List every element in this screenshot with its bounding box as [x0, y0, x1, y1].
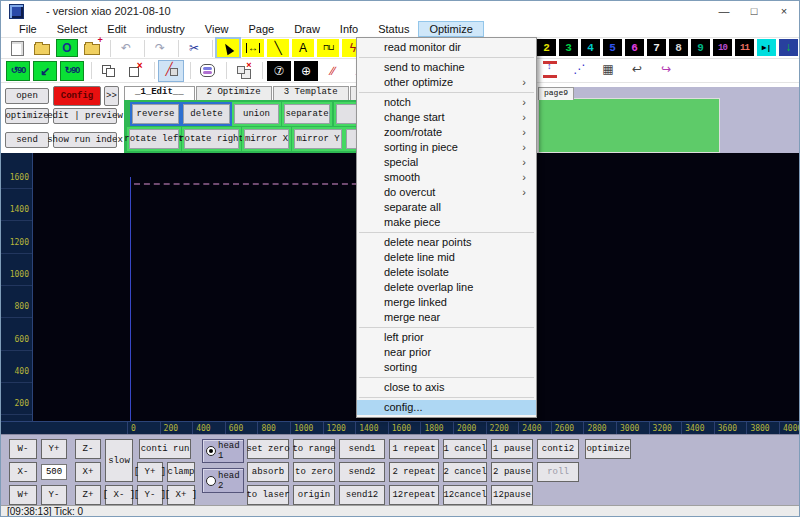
maximize-button[interactable]: □ — [739, 1, 769, 21]
tab-page9[interactable]: page9 — [538, 87, 574, 100]
layer-2-button[interactable]: 2 — [537, 39, 556, 56]
undo-icon[interactable]: ↶ — [115, 39, 137, 57]
menu-item-delete-near-points[interactable]: delete near points — [357, 235, 536, 250]
conti2-button[interactable]: conti2 — [537, 439, 579, 459]
menu-item-close-to-axis[interactable]: close to axis — [357, 380, 536, 395]
send1-button[interactable]: send1 — [339, 439, 385, 459]
menu-item-merge-near[interactable]: merge near — [357, 310, 536, 325]
play-button[interactable]: ▶| — [757, 39, 776, 56]
tab-1-edit[interactable]: _1_Edit__ — [124, 86, 195, 100]
edit-preview-button[interactable]: edit | preview — [53, 108, 117, 124]
dot-slash-icon[interactable]: ⋰ — [568, 60, 590, 78]
menu-item-sorting-in-piece[interactable]: sorting in piece› — [357, 140, 536, 155]
download-button[interactable]: ↓ — [779, 39, 798, 56]
pattern-box-icon[interactable]: ▦ — [597, 60, 619, 78]
menu-file[interactable]: File — [9, 22, 47, 36]
x-plus-button[interactable]: X+ — [75, 462, 101, 482]
hatch-red-icon[interactable]: ∕∕ — [321, 61, 345, 81]
menu-item-send-to-machine[interactable]: send to machine — [357, 60, 536, 75]
bracket-y-plus-button[interactable]: [ Y+ ] — [137, 462, 163, 482]
layer-6-button[interactable]: 6 — [625, 39, 644, 56]
conti-run-button[interactable]: conti run — [139, 439, 191, 459]
head2-radio[interactable]: head 2 — [202, 468, 244, 493]
menu-item-special[interactable]: special› — [357, 155, 536, 170]
w-plus-button[interactable]: W+ — [9, 485, 37, 505]
distribute-icon[interactable] — [539, 60, 561, 78]
text-tool-icon[interactable]: A — [292, 39, 314, 57]
bracket-x-minus-button[interactable]: [ X- ] — [105, 485, 133, 505]
layer-3-button[interactable]: 3 — [559, 39, 578, 56]
minimize-button[interactable]: — — [709, 1, 739, 21]
rotate-90-left-icon[interactable]: ↺90 — [6, 61, 30, 81]
bracket-y-minus-button[interactable]: [ Y- ] — [137, 485, 163, 505]
y-minus-button[interactable]: Y- — [41, 485, 67, 505]
bracket-x-plus-button[interactable]: [ X+ ] — [167, 485, 195, 505]
12repeat-button[interactable]: 12repeat — [389, 485, 439, 505]
menu-edit[interactable]: Edit — [97, 22, 136, 36]
menu-item-do-overcut[interactable]: do overcut› — [357, 185, 536, 200]
y-plus-button[interactable]: Y+ — [41, 439, 67, 459]
menu-draw[interactable]: Draw — [284, 22, 330, 36]
to-zero-button[interactable]: to zero — [293, 462, 335, 482]
1-pause-button[interactable]: 1 pause — [491, 439, 533, 459]
layer-8-button[interactable]: 8 — [669, 39, 688, 56]
open-add-icon[interactable] — [81, 39, 103, 57]
tab-2-optimize[interactable]: 2 Optimize — [196, 86, 272, 100]
more-button[interactable]: >> — [104, 86, 119, 106]
menu-item-delete-line-mid[interactable]: delete line mid — [357, 250, 536, 265]
menu-view[interactable]: View — [195, 22, 239, 36]
2-pause-button[interactable]: 2 pause — [491, 462, 533, 482]
12cancel-button[interactable]: 12cancel — [443, 485, 487, 505]
copy-delete-icon[interactable] — [123, 61, 147, 81]
12pause-button[interactable]: 12pause — [491, 485, 533, 505]
menu-item-smooth[interactable]: smooth› — [357, 170, 536, 185]
1-cancel-button[interactable]: 1 cancel — [443, 439, 487, 459]
head-7-icon[interactable]: ⑦ — [267, 61, 291, 81]
menu-item-other-optimize[interactable]: other optimize› — [357, 75, 536, 90]
menu-item-near-prior[interactable]: near prior — [357, 345, 536, 360]
copy-icon[interactable] — [96, 61, 120, 81]
send12-button[interactable]: send12 — [339, 485, 385, 505]
union-button[interactable]: union — [234, 104, 279, 124]
corner-move-icon[interactable]: ↙ — [33, 61, 57, 81]
menu-item-delete-overlap-line[interactable]: delete overlap line — [357, 280, 536, 295]
corner-line-icon[interactable]: ↩ — [626, 60, 648, 78]
circle-tool-icon[interactable]: O — [56, 39, 78, 57]
rotate-left-button[interactable]: rotate left — [129, 129, 179, 149]
menu-industry[interactable]: industry — [136, 22, 195, 36]
menu-item-separate-all[interactable]: separate all — [357, 200, 536, 215]
cut-icon[interactable]: ✂ — [183, 39, 205, 57]
menu-status[interactable]: Status — [368, 22, 419, 36]
to-range-button[interactable]: to range — [293, 439, 335, 459]
menu-info[interactable]: Info — [330, 22, 368, 36]
layer-5-button[interactable]: 5 — [603, 39, 622, 56]
group-delete-icon[interactable] — [231, 61, 255, 81]
tab-3-template[interactable]: 3 Template — [273, 86, 349, 100]
layer-4-button[interactable]: 4 — [581, 39, 600, 56]
absorb-button[interactable]: absorb — [247, 462, 289, 482]
x-minus-button[interactable]: X- — [9, 462, 37, 482]
menu-item-left-prior[interactable]: left prior — [357, 330, 536, 345]
mirror-x-button[interactable]: mirror X — [244, 129, 289, 149]
layer-10-button[interactable]: 10 — [713, 39, 732, 56]
slow-button[interactable]: slow — [105, 439, 133, 482]
layer-11-button[interactable]: 11 — [735, 39, 754, 56]
menu-select[interactable]: Select — [47, 22, 98, 36]
target-icon[interactable]: ⊕ — [294, 61, 318, 81]
mirror-y-button[interactable]: mirror Y — [294, 129, 342, 149]
menu-item-zoom-rotate[interactable]: zoom/rotate› — [357, 125, 536, 140]
redo-icon[interactable]: ↷ — [149, 39, 171, 57]
select-cursor-icon[interactable] — [217, 39, 239, 57]
feed-value-input[interactable] — [41, 464, 67, 480]
z-plus-button[interactable]: Z+ — [75, 485, 101, 505]
rotate-90-right-icon[interactable]: ↻90 — [60, 61, 84, 81]
send2-button[interactable]: send2 — [339, 462, 385, 482]
layer-9-button[interactable]: 9 — [691, 39, 710, 56]
optimize-button[interactable]: optimize — [5, 108, 49, 124]
2-cancel-button[interactable]: 2 cancel — [443, 462, 487, 482]
config-button[interactable]: Config — [53, 86, 101, 106]
line-tool-icon[interactable]: ╲ — [267, 39, 289, 57]
w-minus-button[interactable]: W- — [9, 439, 37, 459]
menu-item-notch[interactable]: notch› — [357, 95, 536, 110]
1-repeat-button[interactable]: 1 repeat — [389, 439, 439, 459]
